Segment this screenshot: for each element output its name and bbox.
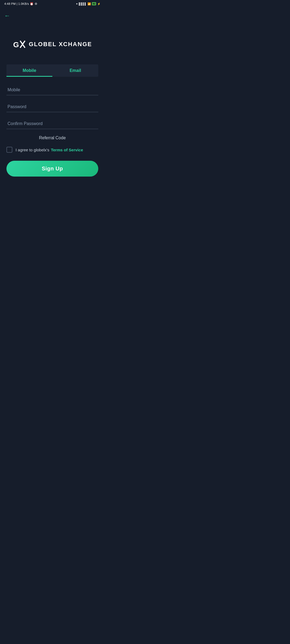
confirm-password-input-wrapper xyxy=(6,119,98,129)
bluetooth-icon: ✦ xyxy=(76,2,78,5)
status-icons: ✦ ▌▌▌▌ 📶 82 ⚡ xyxy=(76,2,100,5)
mobile-input[interactable] xyxy=(6,85,98,95)
tab-email[interactable]: Email xyxy=(52,64,98,77)
form-container: Referral Code I agree to globelx's Terms… xyxy=(6,85,98,177)
referral-section: Referral Code xyxy=(6,136,98,140)
signup-button[interactable]: Sign Up xyxy=(6,161,98,177)
logo-text: GLOBEL XCHANGE xyxy=(29,41,92,48)
charging-icon: ⚡ xyxy=(97,2,100,5)
back-arrow-icon: ← xyxy=(4,12,10,19)
svg-text:G: G xyxy=(13,41,19,49)
referral-code-label: Referral Code xyxy=(39,136,66,140)
status-bar: 4:48 PM | 1.0KB/s ⏰ ⚙ ✦ ▌▌▌▌ 📶 82 ⚡ xyxy=(0,0,105,8)
wifi-icon: 📶 xyxy=(88,2,91,5)
tabs-container: Mobile Email xyxy=(6,64,98,77)
main-content: G GLOBEL XCHANGE Mobile Email Referral C… xyxy=(0,21,105,187)
password-input-wrapper xyxy=(6,102,98,112)
terms-container: I agree to globelx's Terms of Service xyxy=(6,147,98,153)
terms-checkbox[interactable] xyxy=(6,147,12,153)
terms-of-service-link[interactable]: Terms of Service xyxy=(51,148,83,152)
mobile-input-wrapper xyxy=(6,85,98,95)
status-time-speed: 4:48 PM | 1.0KB/s ⏰ ⚙ xyxy=(4,2,37,6)
confirm-password-input[interactable] xyxy=(6,119,98,129)
terms-agree-text: I agree to globelx's xyxy=(16,148,49,152)
terms-text: I agree to globelx's Terms of Service xyxy=(16,148,83,152)
tab-mobile[interactable]: Mobile xyxy=(6,64,52,77)
back-button[interactable]: ← xyxy=(0,8,15,21)
battery-level: 82 xyxy=(92,2,96,5)
password-input[interactable] xyxy=(6,102,98,112)
signal-icon: ▌▌▌▌ xyxy=(79,2,86,5)
logo-icon: G xyxy=(13,38,26,51)
logo-container: G GLOBEL XCHANGE xyxy=(13,38,92,51)
